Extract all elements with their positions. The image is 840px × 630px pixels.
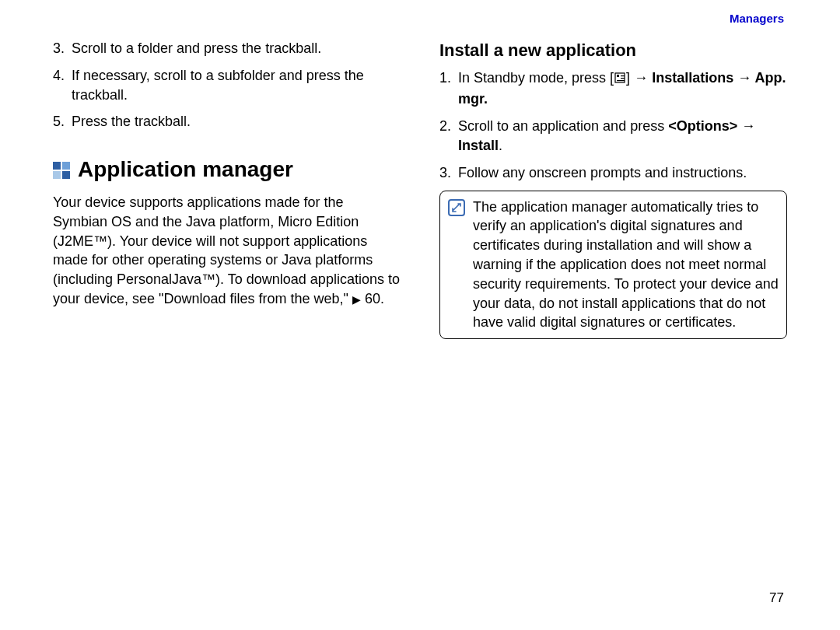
right-column: Install a new application 1. In Standby … — [439, 39, 787, 339]
step-text: Scroll to a folder and press the trackba… — [72, 39, 401, 58]
arrow-icon: → — [634, 70, 648, 86]
step-text-part: In Standby mode, press [ — [458, 70, 614, 86]
list-item: 3. Scroll to a folder and press the trac… — [53, 39, 401, 58]
note-icon — [448, 199, 465, 216]
svg-rect-2 — [621, 75, 625, 76]
note-text: The application manager automatically tr… — [473, 198, 779, 333]
squares-icon — [53, 162, 70, 179]
list-item: 1. In Standby mode, press [] → Installat… — [439, 68, 787, 109]
page-reference: 60. — [365, 291, 384, 306]
svg-rect-4 — [617, 80, 625, 81]
install-steps-list: 1. In Standby mode, press [] → Installat… — [439, 68, 787, 182]
svg-rect-1 — [617, 75, 619, 77]
step-text: Follow any onscreen prompts and instruct… — [458, 163, 787, 183]
list-item: 2. Scroll to an application and press <O… — [439, 117, 787, 156]
section-title: Application manager — [78, 155, 293, 185]
step-number: 3. — [53, 39, 72, 58]
svg-rect-3 — [621, 78, 625, 79]
list-item: 5. Press the trackball. — [53, 112, 401, 131]
step-text: Press the trackball. — [72, 112, 401, 131]
list-item: 3. Follow any onscreen prompts and instr… — [439, 163, 787, 183]
step-number: 1. — [439, 68, 458, 109]
sub-heading: Install a new application — [439, 39, 787, 62]
step-number: 4. — [53, 66, 72, 105]
body-paragraph: Your device supports applications made f… — [53, 193, 401, 309]
step-number: 5. — [53, 112, 72, 131]
continued-steps-list: 3. Scroll to a folder and press the trac… — [53, 39, 401, 131]
note-box: The application manager automatically tr… — [439, 191, 787, 340]
step-number: 3. — [439, 163, 458, 183]
step-text: In Standby mode, press [] → Installation… — [458, 68, 787, 109]
left-column: 3. Scroll to a folder and press the trac… — [53, 39, 401, 339]
page-content: 3. Scroll to a folder and press the trac… — [0, 0, 840, 339]
paragraph-text: Your device supports applications made f… — [53, 194, 400, 306]
section-header-label: Managers — [730, 11, 784, 27]
triangle-icon: ▶ — [352, 293, 361, 306]
step-text: Scroll to an application and press <Opti… — [458, 117, 787, 156]
step-number: 2. — [439, 117, 458, 156]
step-text: If necessary, scroll to a subfolder and … — [72, 66, 401, 105]
step-text-part: Scroll to an application and press — [458, 118, 668, 134]
page-number: 77 — [769, 589, 784, 607]
step-text-part: ] — [626, 70, 634, 86]
section-heading: Application manager — [53, 155, 401, 185]
menu-key-icon — [614, 70, 626, 89]
list-item: 4. If necessary, scroll to a subfolder a… — [53, 66, 401, 105]
step-text-part: . — [499, 138, 502, 153]
